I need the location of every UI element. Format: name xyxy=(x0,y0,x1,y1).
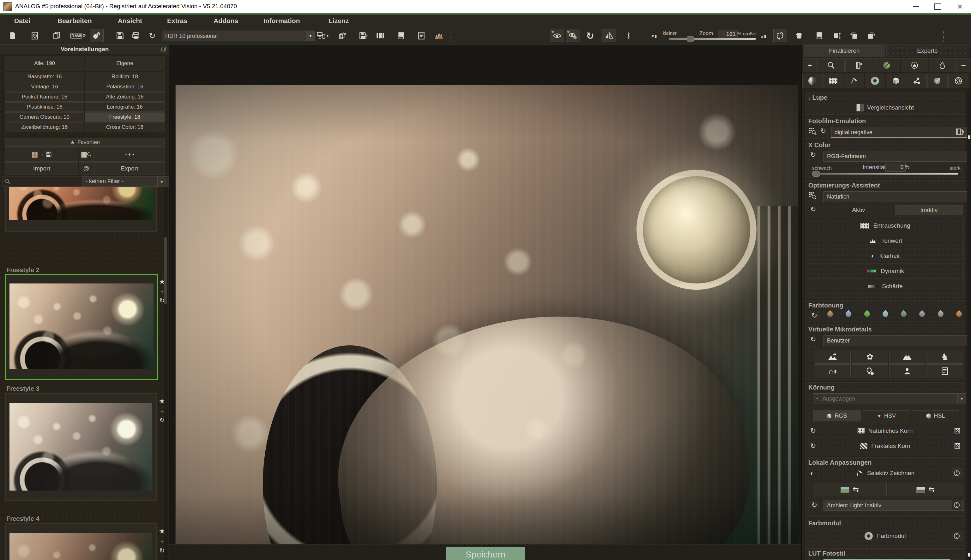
sync-icon[interactable]: ↻ xyxy=(821,128,826,135)
toning-module-button[interactable] xyxy=(929,58,956,72)
preset-thumb-freestyle3[interactable] xyxy=(5,393,157,501)
expand-icon[interactable] xyxy=(952,531,962,541)
menu-extras[interactable]: Extras xyxy=(167,17,187,25)
toning-drop-green[interactable] xyxy=(863,310,871,318)
menu-bearbeiten[interactable]: Bearbeiten xyxy=(57,17,92,25)
optimizer-inaktiv-button[interactable]: Inaktiv xyxy=(895,205,963,215)
zoom-out-icon-button[interactable]: ▼▮ xyxy=(648,31,660,42)
sync-icon[interactable]: ↻ xyxy=(810,206,816,213)
optimizer-item-dynamik[interactable]: Dynamik xyxy=(807,263,963,279)
selective-draw-row[interactable]: ◐ Selektiv Zeichnen xyxy=(805,467,965,479)
category-pocket-kamera[interactable]: Pocket Kamera: 16 xyxy=(5,92,84,102)
web-presets-button[interactable]: @ xyxy=(79,162,94,175)
preset-filter-arrow[interactable]: ▼ xyxy=(157,176,166,187)
expand-icon[interactable] xyxy=(952,500,962,510)
menu-lizenz[interactable]: Lizenz xyxy=(329,17,349,25)
mode-hsl-button[interactable]: HSL xyxy=(912,410,959,422)
copy-settings-button[interactable] xyxy=(50,29,64,42)
mask-reset-left-button[interactable]: ⇆ xyxy=(813,483,887,496)
preset-combine-button[interactable]: ▫+▪ xyxy=(94,147,165,162)
category-zweitbelichtung[interactable]: Zweitbelichtung: 16 xyxy=(5,122,84,132)
color-sphere-module-button[interactable] xyxy=(873,58,900,72)
stamp-button[interactable] xyxy=(792,29,806,42)
toning-drop-purple[interactable] xyxy=(918,310,926,318)
search-module-button[interactable] xyxy=(817,58,845,72)
export-button[interactable]: Export xyxy=(94,162,165,175)
new-file-button[interactable] xyxy=(6,29,20,42)
menu-ansicht[interactable]: Ansicht xyxy=(118,17,142,25)
remove-module-button[interactable]: − xyxy=(956,58,970,72)
preset-mode-dropdown[interactable]: HDR 10 professional ▼ xyxy=(162,31,315,42)
mask-reset-right-button[interactable]: ⇆ xyxy=(888,483,963,496)
refresh-preview-button[interactable]: ↻ xyxy=(583,29,597,42)
category-freestyle[interactable]: Freestyle: 18 xyxy=(85,112,165,122)
optimizer-module-button[interactable] xyxy=(901,58,928,72)
micro-lowlight-button[interactable] xyxy=(852,364,888,378)
preset-thumb-freestyle1[interactable] xyxy=(5,187,157,232)
color-cube-module-button[interactable] xyxy=(886,73,906,88)
close-button[interactable]: × xyxy=(949,0,970,13)
preset-thumb-freestyle4[interactable] xyxy=(5,523,157,560)
grid-search-icon[interactable] xyxy=(809,128,817,137)
micro-portrait-button[interactable] xyxy=(889,364,925,378)
nodes-module-button[interactable] xyxy=(907,73,927,88)
half-circle-icon[interactable]: ◐ xyxy=(810,470,814,477)
micro-document-button[interactable] xyxy=(926,364,963,378)
category-polarisation[interactable]: Polarisation: 16 xyxy=(85,82,165,92)
intensity-slider-knob[interactable] xyxy=(812,171,821,177)
print-button[interactable] xyxy=(129,29,143,42)
category-nassplatte[interactable]: Nassplatte: 16 xyxy=(5,72,84,82)
mode-rgb-button[interactable]: RGB xyxy=(813,410,861,422)
category-rollfilm[interactable]: Rollfilm: 18 xyxy=(85,72,165,82)
preview-settings-eye-button[interactable] xyxy=(566,29,580,42)
optimizer-item-schaerfe[interactable]: Schärfe xyxy=(807,279,963,293)
fit-width-button[interactable] xyxy=(812,29,826,42)
batch-processing-button[interactable] xyxy=(336,29,349,42)
panel-zoom-button[interactable] xyxy=(414,29,428,42)
category-cross-color[interactable]: Cross Color: 16 xyxy=(85,122,165,132)
toning-drop-olive[interactable] xyxy=(937,310,944,318)
flip-horizontal-button[interactable] xyxy=(602,29,616,42)
expand-icon[interactable] xyxy=(952,468,962,478)
preview-eye-button[interactable] xyxy=(550,29,564,42)
paint-sphere-module-button[interactable] xyxy=(928,73,948,88)
settings-button[interactable] xyxy=(90,29,104,42)
sync-icon[interactable]: ↻ xyxy=(810,427,816,434)
preset-export-to-disk-button[interactable]: ▦→ xyxy=(5,147,79,162)
natural-grain-row[interactable]: ↻ Natürliches Korn ⚄ xyxy=(805,425,965,437)
zoom-value-field[interactable]: 161 xyxy=(718,30,738,38)
expand-icon[interactable] xyxy=(952,559,962,560)
selective-draw-module-button[interactable] xyxy=(844,73,864,88)
farbmodul-row[interactable]: Farbmodul xyxy=(805,530,965,542)
optimizer-item-klarheit[interactable]: ◐Klarheit xyxy=(807,248,963,263)
create-fotostil-button[interactable]: Fotostil erstellen xyxy=(824,559,951,560)
tab-finalisieren[interactable]: Finalisieren xyxy=(804,45,885,57)
main-image[interactable] xyxy=(175,85,798,550)
xcolor-dropdown[interactable]: RGB-Farbraum ▼ xyxy=(824,151,971,162)
dice-icon[interactable]: ⚄ xyxy=(954,442,961,450)
optimizer-item-tonwert[interactable]: Tonwert xyxy=(807,233,963,248)
vignette-module-button[interactable] xyxy=(802,73,822,88)
monitor-sync-button[interactable]: ▼ xyxy=(316,29,330,42)
layout-panels-button[interactable] xyxy=(373,29,387,42)
mode-hsv-button[interactable]: ▼HSV xyxy=(862,410,910,422)
fit-height-button[interactable] xyxy=(830,29,844,42)
micro-horse-button[interactable]: ♞ xyxy=(926,350,963,363)
sync-icon[interactable]: ↻ xyxy=(810,336,816,343)
scrollbar-tick-top[interactable] xyxy=(968,135,970,139)
toning-drop-steel[interactable] xyxy=(881,310,889,318)
settings-scrollbar[interactable] xyxy=(967,89,971,560)
save-button[interactable]: Speichern xyxy=(446,547,525,560)
file-export-button[interactable]: ↻ xyxy=(356,29,370,42)
image-width-button[interactable] xyxy=(394,29,408,42)
zoom-slider[interactable] xyxy=(669,38,756,40)
category-camera-obscura[interactable]: Camera Obscura: 10 xyxy=(5,112,84,122)
menu-information[interactable]: Information xyxy=(264,17,300,25)
preset-search-input[interactable] xyxy=(3,176,84,187)
category-plastiklinse[interactable]: Plastiklinse: 16 xyxy=(5,102,84,112)
scrollbar-handle[interactable] xyxy=(164,237,167,304)
color-wheel-module-button[interactable] xyxy=(865,73,885,88)
ambient-light-dropdown[interactable]: Ambient Light: Inaktiv ▼ xyxy=(824,500,964,511)
sync-icon[interactable]: ↻ xyxy=(810,311,819,320)
film-copy-icon[interactable] xyxy=(956,128,964,137)
